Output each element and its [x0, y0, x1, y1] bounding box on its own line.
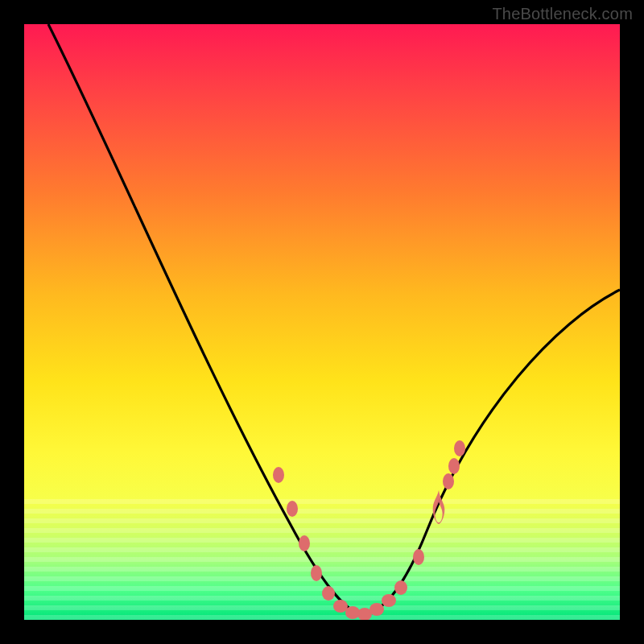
watermark-text: TheBottleneck.com — [492, 5, 633, 23]
curve-marker-icon — [273, 467, 284, 483]
curve-marker-icon — [357, 608, 372, 620]
curve-marker-icon — [394, 580, 407, 595]
curve-marker-icon — [382, 594, 396, 607]
curve-marker-icon — [333, 600, 348, 613]
plot-area — [24, 24, 620, 620]
marker-group — [273, 440, 465, 620]
curve-marker-icon — [413, 549, 424, 565]
curve-marker-icon — [311, 565, 322, 581]
flame-icon — [430, 487, 448, 527]
bottleneck-curve-path — [48, 24, 620, 613]
curve-marker-icon — [369, 603, 384, 616]
curve-marker-icon — [322, 586, 335, 601]
curve-marker-icon — [443, 473, 454, 489]
curve-marker-icon — [287, 501, 298, 517]
chart-frame: TheBottleneck.com — [0, 0, 644, 644]
curve-marker-icon — [448, 458, 460, 474]
curve-marker-icon — [299, 535, 310, 551]
gradient-banding — [24, 499, 620, 620]
curve-marker-icon — [454, 440, 465, 456]
curve-layer — [24, 24, 620, 620]
curve-marker-icon — [345, 606, 360, 619]
